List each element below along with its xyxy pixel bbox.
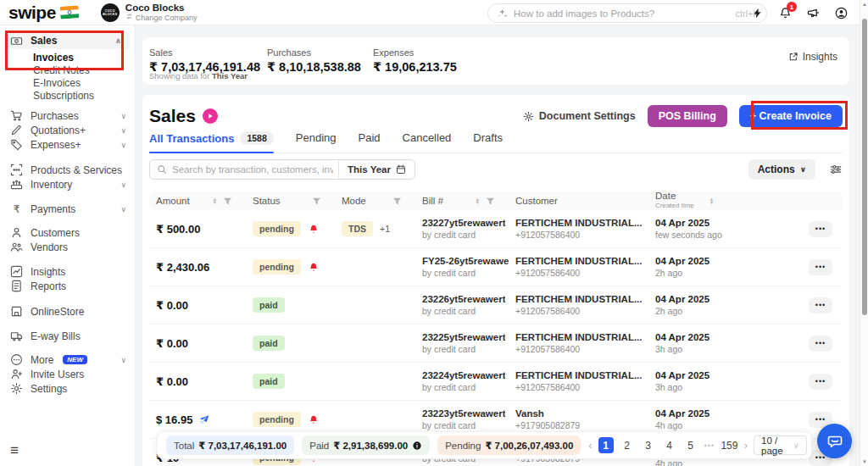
page-size-select[interactable]: 10 / page∨	[754, 435, 807, 455]
sidebar-item-expenses-[interactable]: Expenses+∨	[0, 137, 135, 152]
change-company-link[interactable]: Change Company	[125, 13, 198, 22]
bill-number[interactable]: 23223yt5rewawert	[422, 408, 505, 419]
insights-link[interactable]: Insights	[788, 51, 837, 63]
sort-icon[interactable]: ▲▼	[476, 197, 480, 205]
sidebar-item-products-services[interactable]: Products & Services	[0, 163, 135, 177]
user-account-icon[interactable]	[834, 6, 848, 19]
document-settings-button[interactable]: Document Settings	[523, 110, 636, 122]
row-menu-button[interactable]: •••	[809, 297, 832, 313]
doc-icon	[10, 280, 23, 292]
table-row[interactable]: ₹ 0.00paid23226yt5rewawertby credit card…	[149, 286, 843, 325]
filter-funnel-icon[interactable]	[223, 197, 232, 206]
global-search-input[interactable]	[514, 8, 729, 19]
sidebar-item-customers[interactable]: Customers	[0, 225, 135, 240]
sidebar-item-e-invoices[interactable]: E-Invoices	[0, 76, 135, 89]
row-menu-button[interactable]: •••	[809, 374, 832, 390]
quick-actions-icon[interactable]	[750, 6, 764, 19]
row-menu-button[interactable]: •••	[809, 336, 832, 352]
pagination-ellipsis[interactable]: •••	[704, 441, 715, 450]
customer-name[interactable]: FERTICHEM INDUSTRIAL...	[515, 256, 643, 266]
sidebar-item-payments[interactable]: ₹Payments∨	[0, 202, 135, 216]
table-row[interactable]: ₹ 2,430.06pendingFY25-26yt5rewawert1by c…	[149, 248, 843, 286]
pagination-page-2[interactable]: 2	[620, 437, 635, 453]
stat-label: Expenses	[373, 47, 457, 58]
info-icon[interactable]	[412, 441, 422, 451]
bill-number[interactable]: 23224yt5rewawert	[422, 370, 505, 380]
tab-all-transactions[interactable]: All Transactions1588	[149, 131, 274, 153]
company-switcher[interactable]: COCOBLOCKS Coco Blocks Change Company	[101, 3, 198, 22]
sidebar-item-onlinestore[interactable]: OnlineStore	[0, 304, 135, 319]
sidebar-item-label: Inventory	[31, 179, 72, 191]
pagination-next[interactable]: ›	[744, 439, 748, 452]
bill-number[interactable]: 23225yt5rewawert	[422, 332, 505, 342]
filter-funnel-icon[interactable]	[392, 197, 402, 206]
sidebar-item-reports[interactable]: Reports	[0, 279, 135, 293]
chat-support-button[interactable]	[817, 424, 852, 458]
table-row[interactable]: ₹ 0.00paid23224yt5rewawertby credit card…	[149, 363, 843, 401]
period-filter-button[interactable]: This Year	[338, 160, 415, 179]
scrollbar-thumb[interactable]	[862, 19, 867, 315]
chip-label: Pending	[445, 441, 481, 451]
pagination-page-4[interactable]: 4	[662, 437, 677, 453]
customer-name[interactable]: FERTICHEM INDUSTRIAL...	[515, 332, 643, 342]
transaction-search-input[interactable]	[167, 164, 338, 175]
sort-icon[interactable]: ▲▼	[213, 197, 217, 205]
showing-data-note: Showing data for This Year	[149, 71, 248, 80]
tab-pending[interactable]: Pending	[296, 131, 337, 152]
payment-reminder-bell-icon[interactable]	[309, 262, 319, 273]
customer-name[interactable]: FERTICHEM INDUSTRIAL...	[515, 294, 643, 304]
payment-reminder-bell-icon[interactable]	[309, 224, 319, 235]
pos-billing-button[interactable]: POS Billing	[648, 105, 727, 127]
sidebar-item-purchases[interactable]: Purchases∨	[0, 108, 135, 123]
sidebar-item-inventory[interactable]: Inventory∨	[0, 177, 135, 191]
sidebar-item-credit-notes[interactable]: Credit Notes	[0, 64, 135, 76]
pagination-page-5[interactable]: 5	[683, 437, 698, 453]
customer-name[interactable]: FERTICHEM INDUSTRIAL...	[515, 218, 643, 228]
notifications-bell-icon[interactable]: 1	[778, 6, 792, 19]
filter-funnel-icon[interactable]	[312, 197, 321, 206]
created-ago: 4h ago	[655, 420, 709, 430]
actions-dropdown-button[interactable]: Actions∨	[748, 159, 815, 180]
sidebar-item-quotations-[interactable]: Quotations+∨	[0, 123, 135, 137]
scroll-up-arrow[interactable]: ▲	[860, 2, 868, 7]
global-search[interactable]: ctrl+k	[487, 3, 767, 23]
sidebar-item-e-way-bills[interactable]: E-way Bills	[0, 329, 135, 343]
row-menu-button[interactable]: •••	[809, 221, 832, 237]
sidebar-collapse-icon[interactable]: ≡	[10, 442, 19, 459]
gear-icon	[10, 382, 23, 395]
sidebar-item-invite-users[interactable]: Invite Users	[0, 367, 135, 381]
tab-cancelled[interactable]: Cancelled	[403, 131, 452, 152]
sidebar-item-vendors[interactable]: Vendors	[0, 240, 135, 254]
sidebar-item-settings[interactable]: Settings	[0, 381, 135, 396]
tab-paid[interactable]: Paid	[359, 131, 381, 152]
page-scrollbar[interactable]: ▲ ▼	[860, 0, 868, 466]
bill-number[interactable]: 23227yt5rewawert	[422, 218, 505, 228]
pagination-page-3[interactable]: 3	[641, 437, 656, 453]
customer-name[interactable]: FERTICHEM INDUSTRIAL...	[515, 370, 643, 380]
pagination-page-159[interactable]: 159	[721, 437, 738, 453]
tab-drafts[interactable]: Drafts	[473, 131, 503, 152]
sort-icon[interactable]: ▲▼	[709, 197, 714, 205]
scroll-down-arrow[interactable]: ▼	[860, 459, 868, 464]
column-settings-icon[interactable]	[829, 164, 843, 175]
filter-funnel-icon[interactable]	[486, 197, 495, 206]
table-row[interactable]: ₹ 500.00pendingTDS+123227yt5rewawertby c…	[149, 210, 843, 248]
customer-cell: FERTICHEM INDUSTRIAL...+912057586400	[509, 332, 648, 354]
create-invoice-button[interactable]: + Create Invoice	[739, 105, 843, 127]
payment-reminder-bell-icon[interactable]	[309, 414, 319, 425]
pagination-prev[interactable]: ‹	[588, 439, 592, 452]
bill-number[interactable]: FY25-26yt5rewawert1	[422, 256, 509, 266]
announcements-megaphone-icon[interactable]	[806, 6, 820, 19]
tutorial-play-icon[interactable]	[203, 108, 218, 124]
sidebar-item-subscriptions[interactable]: Subscriptions	[0, 89, 135, 102]
table-row[interactable]: ₹ 0.00paid23225yt5rewawertby credit card…	[149, 325, 843, 363]
customer-name[interactable]: Vansh	[515, 408, 580, 419]
row-menu-button[interactable]: •••	[809, 259, 832, 275]
sidebar-item-more[interactable]: MoreNEW∨	[0, 352, 135, 367]
pagination-page-1[interactable]: 1	[598, 437, 614, 453]
sidebar-item-insights[interactable]: Insights	[0, 264, 135, 279]
bill-number[interactable]: 23226yt5rewawert	[422, 294, 505, 304]
created-ago: 3h ago	[655, 382, 709, 392]
sidebar-item-sales[interactable]: Sales∧	[5, 32, 130, 49]
sidebar-item-invoices[interactable]: Invoices	[0, 51, 135, 64]
